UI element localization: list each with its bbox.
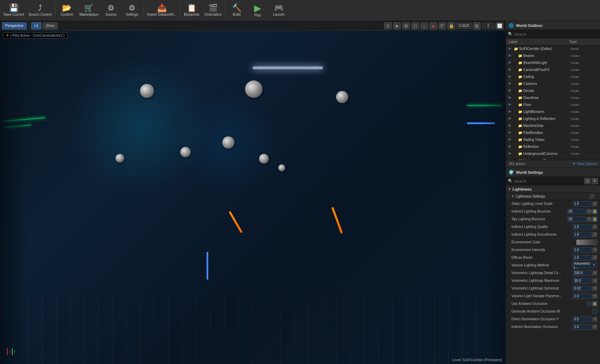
outliner-item[interactable]: 👁 📁 Beams Folder: [506, 52, 600, 59]
eye-toggle[interactable]: 👁: [507, 82, 512, 86]
lightmass-section-header[interactable]: ▼ Lightmass: [506, 185, 600, 193]
static-lighting-reset[interactable]: ↺: [592, 201, 597, 206]
settings-list-view-btn[interactable]: ☰: [584, 178, 591, 184]
eye-toggle[interactable]: 👁: [507, 75, 512, 79]
volumetric-lightmap-max-reset[interactable]: ↺: [592, 278, 597, 283]
launch-button[interactable]: 🎮 Launch: [268, 1, 289, 20]
eye-toggle[interactable]: 👁: [507, 68, 512, 72]
settings-search-input[interactable]: [514, 179, 583, 183]
cinematics-button[interactable]: 🎬 Cinematics: [202, 1, 224, 20]
volume-lighting-method-dropdown[interactable]: Volumetric L... ▼: [572, 263, 597, 268]
volumetric-lightmap-detail-reset[interactable]: ↺: [592, 271, 597, 276]
outliner-item[interactable]: 👁 📁 MachineSide Folder: [506, 122, 600, 129]
viewport-num-display[interactable]: 3: [482, 23, 494, 29]
show-button[interactable]: Show: [43, 22, 58, 29]
diffuse-boost-reset[interactable]: ↺: [592, 255, 597, 260]
volumetric-lightmap-max-input[interactable]: [572, 278, 592, 284]
blueprints-button[interactable]: 📋 Blueprints: [181, 1, 202, 20]
eye-toggle[interactable]: 👁: [507, 103, 512, 107]
lightmass-reset-btn[interactable]: ↺: [589, 194, 594, 199]
static-lighting-input[interactable]: [572, 201, 592, 207]
settings-button[interactable]: ⚙ Settings: [121, 1, 142, 20]
lightmass-settings-sub-header[interactable]: ▼ Lightmass Settings ↺: [506, 193, 600, 200]
outliner-item[interactable]: 👁 📁 SciFiCorridor (Editor) World: [506, 45, 600, 52]
grid-size-display[interactable]: 0.0625: [456, 23, 472, 29]
outliner-item[interactable]: 👁 📁 LightBlockers Folder: [506, 108, 600, 115]
eye-toggle[interactable]: 👁: [507, 117, 512, 121]
use-ambient-occlusion-lock[interactable]: 🔒: [592, 301, 597, 306]
settings-eye-btn[interactable]: 👁: [592, 178, 598, 184]
use-ambient-occlusion-checkbox[interactable]: ✓: [587, 301, 592, 306]
sky-lighting-bounces-input[interactable]: [567, 216, 586, 222]
volume-light-sample-input[interactable]: [572, 293, 592, 299]
eye-toggle[interactable]: 👁: [507, 61, 512, 65]
outliner-item[interactable]: 👁 📁 Columns Folder: [506, 80, 600, 87]
eye-toggle[interactable]: 👁: [507, 145, 512, 149]
outliner-search-input[interactable]: [514, 32, 598, 36]
indirect-lighting-quality-reset[interactable]: ↺: [592, 224, 597, 229]
viewport[interactable]: X Y Perspective Lit Show ⊙ ◈ ⊞ ◻ ⬦ 🔺 5° …: [0, 21, 505, 364]
play-button[interactable]: ▶ Play: [247, 1, 268, 20]
generate-ambient-occlusion-checkbox[interactable]: ✓: [592, 309, 597, 314]
outliner-item[interactable]: 👁 📁 UndergroundColumns Folder: [506, 150, 600, 157]
environment-intensity-input[interactable]: [572, 247, 592, 253]
vp-icon-8[interactable]: ⊞: [473, 22, 481, 29]
outliner-item[interactable]: 👁 📁 Camera&PostFX Folder: [506, 66, 600, 73]
eye-toggle[interactable]: 👁: [507, 54, 512, 58]
indirect-lighting-smoothness-reset[interactable]: ↺: [592, 232, 597, 237]
eye-toggle[interactable]: 👁: [507, 152, 512, 156]
outliner-item[interactable]: 👁 📁 BeamWithLight Folder: [506, 59, 600, 66]
indirect-lighting-bounces-input[interactable]: [567, 209, 586, 214]
diffuse-boost-input[interactable]: [572, 255, 592, 260]
volumetric-lightmap-spherical-reset[interactable]: ↺: [592, 286, 597, 291]
eye-toggle[interactable]: 👁: [507, 131, 512, 135]
direct-illumination-reset[interactable]: ↺: [592, 317, 597, 322]
vp-icon-4[interactable]: ◻: [411, 22, 419, 29]
vp-icon-6[interactable]: 🔺: [430, 22, 437, 29]
environment-intensity-reset[interactable]: ↺: [592, 248, 597, 252]
build-button[interactable]: 🔨 Build: [226, 1, 247, 20]
indirect-illumination-input[interactable]: [572, 324, 592, 330]
vp-icon-snap-angle[interactable]: 5°: [439, 22, 446, 29]
vp-icon-3[interactable]: ⊞: [402, 22, 410, 29]
outliner-item[interactable]: 👁 📁 UndergroundPanels Folder: [506, 157, 600, 160]
source-button[interactable]: ⚙ Source: [100, 1, 121, 20]
marketplace-button[interactable]: 🛒 Marketplace: [77, 1, 100, 20]
import-datasmith-button[interactable]: 📥 Import Datasmith...: [145, 1, 179, 20]
indirect-illumination-reset[interactable]: ↺: [592, 324, 597, 329]
vp-icon-2[interactable]: ◈: [393, 22, 401, 29]
perspective-button[interactable]: Perspective: [2, 22, 27, 29]
volumetric-lightmap-detail-input[interactable]: [572, 270, 592, 276]
sky-lighting-bounces-reset[interactable]: ↺: [587, 217, 592, 222]
outliner-item[interactable]: 👁 📁 Floor Folder: [506, 101, 600, 108]
outliner-list[interactable]: 👁 📁 SciFiCorridor (Editor) World 👁 📁 Bea…: [506, 45, 600, 160]
environment-color-swatch[interactable]: [576, 240, 597, 245]
volume-light-sample-reset[interactable]: ↺: [592, 294, 597, 299]
indirect-lighting-bounces-lock[interactable]: 🔒: [592, 209, 597, 214]
eye-toggle[interactable]: 👁: [507, 89, 512, 93]
outliner-item[interactable]: 👁 📁 Reflection Folder: [506, 143, 600, 150]
indirect-lighting-smoothness-input[interactable]: [572, 232, 592, 237]
outliner-item[interactable]: 👁 📁 Lighting & Reflection Folder: [506, 115, 600, 122]
volumetric-lightmap-spherical-input[interactable]: [572, 286, 592, 291]
col-label-name[interactable]: Label: [509, 40, 569, 44]
save-current-button[interactable]: 💾 Save Current: [1, 1, 26, 20]
outliner-item[interactable]: 👁 📁 PipeBundles Folder: [506, 129, 600, 136]
sky-lighting-bounces-lock[interactable]: 🔒: [592, 217, 597, 222]
content-button[interactable]: 📂 Content: [56, 1, 77, 20]
outliner-item[interactable]: 👁 📁 Ceiling Folder: [506, 73, 600, 80]
outliner-item[interactable]: 👁 📁 Railing Tubes Folder: [506, 136, 600, 143]
indirect-lighting-bounces-reset[interactable]: ↺: [587, 209, 592, 214]
vp-maximize[interactable]: ⬜: [496, 22, 503, 29]
eye-toggle[interactable]: 👁: [507, 110, 512, 114]
col-label-type[interactable]: Type: [569, 40, 597, 44]
indirect-lighting-quality-input[interactable]: [572, 224, 592, 230]
eye-toggle[interactable]: 👁: [507, 47, 512, 51]
outliner-item[interactable]: 👁 📁 DoorArea Folder: [506, 94, 600, 101]
eye-toggle[interactable]: 👁: [507, 138, 512, 142]
eye-toggle[interactable]: 👁: [507, 96, 512, 100]
view-options-button[interactable]: 👁 View Options: [572, 162, 597, 166]
vp-icon-1[interactable]: ⊙: [384, 22, 392, 29]
vp-icon-7[interactable]: 🔒: [447, 22, 455, 29]
eye-toggle[interactable]: 👁: [507, 124, 512, 128]
